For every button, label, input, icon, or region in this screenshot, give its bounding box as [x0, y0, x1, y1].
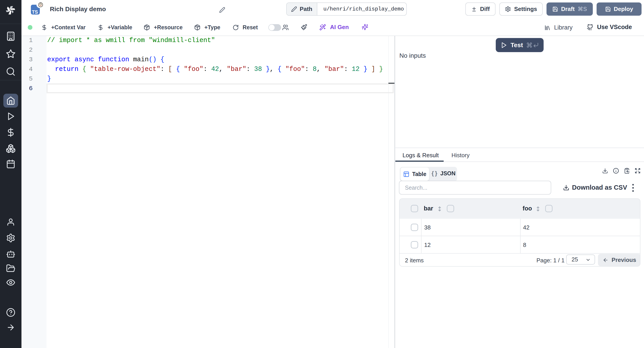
- svg-text:TS: TS: [32, 10, 38, 14]
